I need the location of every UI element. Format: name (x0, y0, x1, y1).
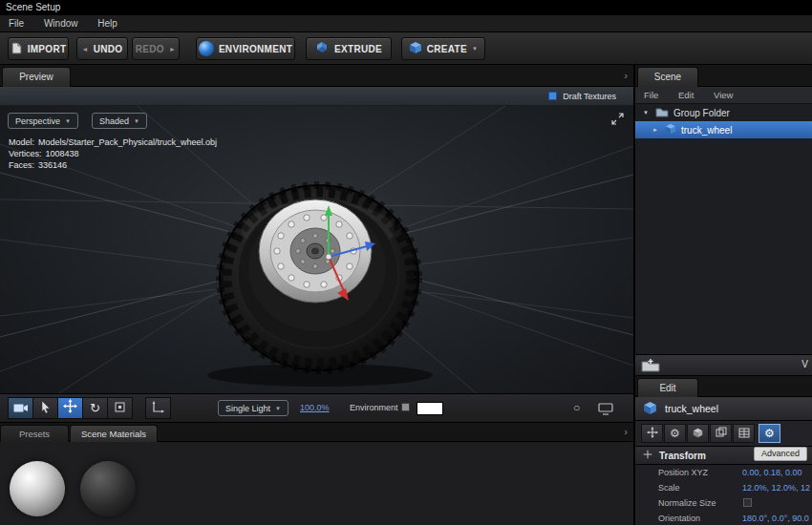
scene-menu-view[interactable]: View (705, 87, 741, 103)
cursor-icon (41, 400, 51, 417)
layers-icon (716, 427, 727, 440)
environment-sphere-icon (199, 41, 214, 56)
cube-tab-button[interactable] (687, 424, 709, 443)
advanced-button[interactable]: Advanced (754, 447, 807, 461)
scene-materials-panel (0, 442, 633, 525)
tree-item-group-folder[interactable]: ▼ Group Folder (635, 104, 812, 121)
light-intensity-link[interactable]: 100.0% (300, 403, 330, 412)
settings-gear-icon: ⚙ (764, 428, 775, 439)
property-row-normalize-size: Normalize Size (635, 495, 812, 511)
duplicate-tab-button[interactable] (710, 424, 732, 443)
viewport-3d-canvas[interactable]: Draft Textures Perspective ▼ Shaded ▼ Mo… (0, 87, 633, 394)
camera-icon (13, 400, 29, 417)
model-info: Model:Models/Starter_Pack_Physical/truck… (9, 136, 217, 171)
redo-arrow-icon: ► (169, 46, 176, 52)
scene-tabstrip: Scene (635, 65, 812, 87)
environment-checkbox[interactable] (401, 403, 410, 411)
shading-mode-dropdown[interactable]: Shaded ▼ (92, 113, 147, 129)
scale-icon (114, 400, 126, 417)
create-button[interactable]: CREATE ▼ (401, 37, 485, 60)
footer-v-label[interactable]: V (801, 359, 808, 369)
transform-section-title: Transform (659, 451, 706, 461)
edit-icon-row: ⚙ ⚙ (635, 421, 812, 446)
grid-icon (738, 428, 750, 440)
select-tool-button[interactable] (32, 397, 58, 419)
folder-icon (655, 107, 669, 119)
ring-icon[interactable]: ○ (573, 401, 580, 414)
scene-sidebar: Scene File Edit View ▼ Group Folder ► tr… (633, 65, 812, 525)
normalize-size-label: Normalize Size (658, 498, 716, 508)
scene-setup-window: Scene Setup File Window Help IMPORT ◄ UN… (0, 0, 812, 525)
tab-edit[interactable]: Edit (637, 378, 698, 397)
menu-file[interactable]: File (0, 15, 32, 32)
settings-tab-button[interactable]: ⚙ (759, 424, 780, 443)
tab-presets[interactable]: Presets (0, 425, 69, 442)
preview-tabstrip: Preview › (0, 65, 633, 87)
tree-item-label: truck_wheel (681, 125, 732, 136)
property-row-scale: Scale 12.0%, 12.0%, 12 (635, 480, 812, 495)
strip-chevron-icon[interactable]: › (624, 69, 628, 82)
tree-item-truck-wheel[interactable]: ► truck_wheel (635, 121, 812, 138)
material-swatch-white[interactable] (10, 461, 65, 516)
model-label: Model: (9, 137, 34, 147)
materials-tabstrip: Presets Scene Materials › (0, 423, 633, 442)
camera-tool-button[interactable] (8, 397, 33, 419)
property-row-position: Position XYZ 0.00, 0.18, 0.00 (635, 465, 812, 480)
menu-window[interactable]: Window (35, 15, 87, 32)
scale-tool-button[interactable] (107, 397, 133, 419)
redo-button[interactable]: REDO ► (132, 37, 180, 60)
tab-scene[interactable]: Scene (637, 67, 698, 87)
chevron-down-icon: ▼ (65, 118, 71, 124)
scale-value[interactable]: 12.0%, 12.0%, 12 (742, 483, 811, 493)
camera-mode-dropdown[interactable]: Perspective ▼ (8, 113, 78, 129)
camera-mode-value: Perspective (15, 116, 60, 126)
axis-mode-button[interactable] (145, 397, 171, 419)
rotate-tool-button[interactable]: ↻ (82, 397, 108, 419)
move-tool-button[interactable] (57, 397, 83, 419)
extrude-label: EXTRUDE (334, 44, 382, 54)
transform-tab-button[interactable] (641, 424, 663, 443)
chevron-down-icon: ▼ (275, 406, 281, 411)
extrude-icon (315, 41, 330, 56)
orientation-label: Orientation (658, 514, 700, 523)
fullscreen-icon[interactable] (611, 112, 624, 129)
gear-tab-button[interactable]: ⚙ (664, 424, 686, 443)
cube-icon (643, 401, 657, 417)
draft-textures-checkbox[interactable] (548, 92, 557, 100)
window-title: Scene Setup (6, 2, 60, 12)
move-cross-icon (63, 399, 77, 417)
grid-tab-button[interactable] (733, 424, 755, 443)
material-swatch-dark[interactable] (80, 461, 136, 516)
environment-button[interactable]: ENVIRONMENT (196, 37, 295, 60)
tab-scene-materials[interactable]: Scene Materials (70, 425, 158, 442)
main-toolbar: IMPORT ◄ UNDO REDO ► ENVIRONMENT EXTRUDE… (0, 32, 812, 65)
chevron-down-icon: ▼ (134, 118, 139, 124)
position-label: Position XYZ (658, 468, 708, 477)
create-label: CREATE (427, 44, 467, 54)
undo-button[interactable]: ◄ UNDO (76, 37, 128, 60)
selected-object-header: truck_wheel (635, 397, 812, 421)
environment-color-swatch[interactable] (417, 402, 443, 415)
orientation-value[interactable]: 180.0°, 0.0°, 90.0 (742, 514, 811, 523)
position-value[interactable]: 0.00, 0.18, 0.00 (742, 468, 811, 477)
add-folder-icon[interactable] (641, 358, 660, 376)
truck-wheel-model (0, 87, 633, 394)
import-button[interactable]: IMPORT (8, 37, 69, 60)
normalize-size-checkbox[interactable] (743, 498, 752, 507)
draft-textures-label: Draft Textures (563, 92, 616, 101)
tab-preview[interactable]: Preview (2, 67, 71, 87)
scene-menu-file[interactable]: File (635, 87, 667, 103)
vertices-value: 1008438 (46, 149, 79, 158)
move-cross-icon (647, 427, 658, 440)
expander-open-icon[interactable]: ▼ (643, 110, 651, 116)
extrude-button[interactable]: EXTRUDE (306, 37, 392, 60)
strip-chevron-icon[interactable]: › (624, 425, 628, 438)
menu-help[interactable]: Help (89, 15, 126, 32)
property-row-orientation: Orientation 180.0°, 0.0°, 90.0 (635, 511, 812, 525)
faces-value: 336146 (38, 160, 67, 170)
light-mode-dropdown[interactable]: Single Light ▼ (218, 400, 288, 416)
scene-tree-footer: V (635, 354, 812, 376)
scene-menu-edit[interactable]: Edit (670, 87, 702, 103)
expander-closed-icon[interactable]: ► (652, 127, 660, 133)
monitor-icon[interactable] (598, 402, 613, 419)
